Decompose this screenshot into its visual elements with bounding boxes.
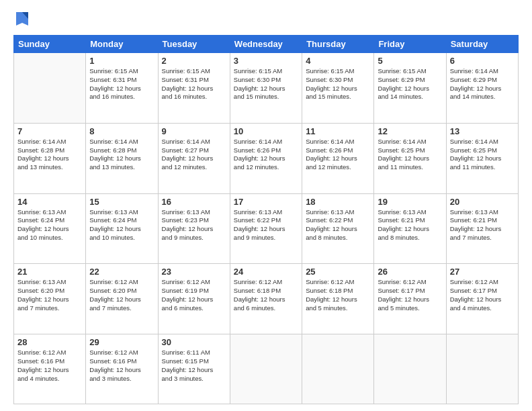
calendar-week-row: 28Sunrise: 6:12 AM Sunset: 6:16 PM Dayli… [14, 334, 519, 404]
calendar-cell: 5Sunrise: 6:15 AM Sunset: 6:29 PM Daylig… [374, 53, 446, 124]
day-info: Sunrise: 6:12 AM Sunset: 6:20 PM Dayligh… [89, 278, 154, 312]
day-number: 13 [450, 126, 515, 136]
day-number: 12 [378, 126, 442, 136]
calendar-cell: 8Sunrise: 6:14 AM Sunset: 6:28 PM Daylig… [86, 123, 158, 193]
day-header-sunday: Sunday [14, 36, 86, 53]
calendar-cell: 13Sunrise: 6:14 AM Sunset: 6:25 PM Dayli… [446, 123, 518, 193]
calendar-cell: 6Sunrise: 6:14 AM Sunset: 6:29 PM Daylig… [446, 53, 518, 124]
day-info: Sunrise: 6:12 AM Sunset: 6:16 PM Dayligh… [89, 349, 154, 383]
calendar-cell: 2Sunrise: 6:15 AM Sunset: 6:31 PM Daylig… [158, 53, 230, 124]
logo [13, 12, 30, 28]
calendar-cell [302, 334, 374, 404]
day-info: Sunrise: 6:15 AM Sunset: 6:31 PM Dayligh… [89, 67, 154, 101]
calendar-cell: 26Sunrise: 6:12 AM Sunset: 6:17 PM Dayli… [374, 264, 446, 334]
day-info: Sunrise: 6:13 AM Sunset: 6:21 PM Dayligh… [450, 208, 515, 242]
day-info: Sunrise: 6:14 AM Sunset: 6:25 PM Dayligh… [450, 138, 515, 172]
day-number: 16 [162, 197, 226, 207]
calendar-cell: 29Sunrise: 6:12 AM Sunset: 6:16 PM Dayli… [86, 334, 158, 404]
day-info: Sunrise: 6:15 AM Sunset: 6:31 PM Dayligh… [162, 67, 226, 101]
calendar-cell: 15Sunrise: 6:13 AM Sunset: 6:24 PM Dayli… [86, 193, 158, 264]
day-number: 14 [17, 197, 82, 207]
day-info: Sunrise: 6:12 AM Sunset: 6:19 PM Dayligh… [162, 278, 226, 312]
calendar-cell: 17Sunrise: 6:13 AM Sunset: 6:22 PM Dayli… [230, 193, 302, 264]
day-number: 23 [162, 267, 226, 277]
calendar-header-row: SundayMondayTuesdayWednesdayThursdayFrid… [14, 36, 519, 53]
day-info: Sunrise: 6:13 AM Sunset: 6:22 PM Dayligh… [306, 208, 370, 242]
calendar-cell: 19Sunrise: 6:13 AM Sunset: 6:21 PM Dayli… [374, 193, 446, 264]
day-info: Sunrise: 6:14 AM Sunset: 6:29 PM Dayligh… [450, 67, 515, 101]
day-info: Sunrise: 6:12 AM Sunset: 6:18 PM Dayligh… [306, 278, 370, 312]
calendar-cell: 24Sunrise: 6:12 AM Sunset: 6:18 PM Dayli… [230, 264, 302, 334]
calendar-cell: 1Sunrise: 6:15 AM Sunset: 6:31 PM Daylig… [86, 53, 158, 124]
day-number: 17 [234, 197, 298, 207]
calendar-cell: 27Sunrise: 6:12 AM Sunset: 6:17 PM Dayli… [446, 264, 518, 334]
calendar-cell [446, 334, 518, 404]
day-info: Sunrise: 6:14 AM Sunset: 6:25 PM Dayligh… [378, 138, 442, 172]
calendar-cell: 10Sunrise: 6:14 AM Sunset: 6:26 PM Dayli… [230, 123, 302, 193]
day-number: 22 [89, 267, 154, 277]
calendar-cell: 22Sunrise: 6:12 AM Sunset: 6:20 PM Dayli… [86, 264, 158, 334]
calendar-cell: 4Sunrise: 6:15 AM Sunset: 6:30 PM Daylig… [302, 53, 374, 124]
day-info: Sunrise: 6:13 AM Sunset: 6:20 PM Dayligh… [17, 278, 82, 312]
day-number: 19 [378, 197, 442, 207]
day-number: 8 [89, 126, 154, 136]
calendar-cell: 20Sunrise: 6:13 AM Sunset: 6:21 PM Dayli… [446, 193, 518, 264]
day-info: Sunrise: 6:13 AM Sunset: 6:24 PM Dayligh… [89, 208, 154, 242]
page: SundayMondayTuesdayWednesdayThursdayFrid… [0, 0, 532, 411]
day-header-thursday: Thursday [302, 36, 374, 53]
day-info: Sunrise: 6:13 AM Sunset: 6:21 PM Dayligh… [378, 208, 442, 242]
day-info: Sunrise: 6:13 AM Sunset: 6:24 PM Dayligh… [17, 208, 82, 242]
header [13, 12, 519, 28]
calendar-cell: 30Sunrise: 6:11 AM Sunset: 6:15 PM Dayli… [158, 334, 230, 404]
day-info: Sunrise: 6:13 AM Sunset: 6:22 PM Dayligh… [234, 208, 298, 242]
day-header-friday: Friday [374, 36, 446, 53]
calendar-cell [14, 53, 86, 124]
day-number: 20 [450, 197, 515, 207]
calendar-cell: 16Sunrise: 6:13 AM Sunset: 6:23 PM Dayli… [158, 193, 230, 264]
day-info: Sunrise: 6:14 AM Sunset: 6:28 PM Dayligh… [17, 138, 82, 172]
day-header-tuesday: Tuesday [158, 36, 230, 53]
calendar-cell [230, 334, 302, 404]
calendar-cell: 14Sunrise: 6:13 AM Sunset: 6:24 PM Dayli… [14, 193, 86, 264]
day-info: Sunrise: 6:12 AM Sunset: 6:17 PM Dayligh… [378, 278, 442, 312]
day-number: 5 [378, 56, 442, 66]
day-info: Sunrise: 6:15 AM Sunset: 6:29 PM Dayligh… [378, 67, 442, 101]
day-number: 6 [450, 56, 515, 66]
day-number: 28 [17, 337, 82, 347]
day-number: 4 [306, 56, 370, 66]
day-number: 11 [306, 126, 370, 136]
calendar-cell: 12Sunrise: 6:14 AM Sunset: 6:25 PM Dayli… [374, 123, 446, 193]
day-info: Sunrise: 6:14 AM Sunset: 6:28 PM Dayligh… [89, 138, 154, 172]
day-number: 21 [17, 267, 82, 277]
day-number: 10 [234, 126, 298, 136]
calendar-week-row: 14Sunrise: 6:13 AM Sunset: 6:24 PM Dayli… [14, 193, 519, 264]
day-number: 1 [89, 56, 154, 66]
day-number: 18 [306, 197, 370, 207]
calendar-cell: 23Sunrise: 6:12 AM Sunset: 6:19 PM Dayli… [158, 264, 230, 334]
day-number: 7 [17, 126, 82, 136]
day-header-monday: Monday [86, 36, 158, 53]
calendar-cell: 18Sunrise: 6:13 AM Sunset: 6:22 PM Dayli… [302, 193, 374, 264]
day-info: Sunrise: 6:14 AM Sunset: 6:27 PM Dayligh… [162, 138, 226, 172]
calendar-cell [374, 334, 446, 404]
day-number: 26 [378, 267, 442, 277]
day-info: Sunrise: 6:13 AM Sunset: 6:23 PM Dayligh… [162, 208, 226, 242]
day-header-wednesday: Wednesday [230, 36, 302, 53]
day-info: Sunrise: 6:12 AM Sunset: 6:18 PM Dayligh… [234, 278, 298, 312]
day-header-saturday: Saturday [446, 36, 518, 53]
calendar-cell: 21Sunrise: 6:13 AM Sunset: 6:20 PM Dayli… [14, 264, 86, 334]
day-number: 27 [450, 267, 515, 277]
day-number: 25 [306, 267, 370, 277]
calendar-cell: 28Sunrise: 6:12 AM Sunset: 6:16 PM Dayli… [14, 334, 86, 404]
day-number: 2 [162, 56, 226, 66]
calendar-week-row: 1Sunrise: 6:15 AM Sunset: 6:31 PM Daylig… [14, 53, 519, 124]
calendar-cell: 25Sunrise: 6:12 AM Sunset: 6:18 PM Dayli… [302, 264, 374, 334]
day-number: 15 [89, 197, 154, 207]
day-info: Sunrise: 6:12 AM Sunset: 6:16 PM Dayligh… [17, 349, 82, 383]
calendar-table: SundayMondayTuesdayWednesdayThursdayFrid… [13, 35, 519, 404]
day-info: Sunrise: 6:15 AM Sunset: 6:30 PM Dayligh… [234, 67, 298, 101]
calendar-cell: 9Sunrise: 6:14 AM Sunset: 6:27 PM Daylig… [158, 123, 230, 193]
calendar-cell: 3Sunrise: 6:15 AM Sunset: 6:30 PM Daylig… [230, 53, 302, 124]
day-info: Sunrise: 6:14 AM Sunset: 6:26 PM Dayligh… [306, 138, 370, 172]
day-number: 9 [162, 126, 226, 136]
